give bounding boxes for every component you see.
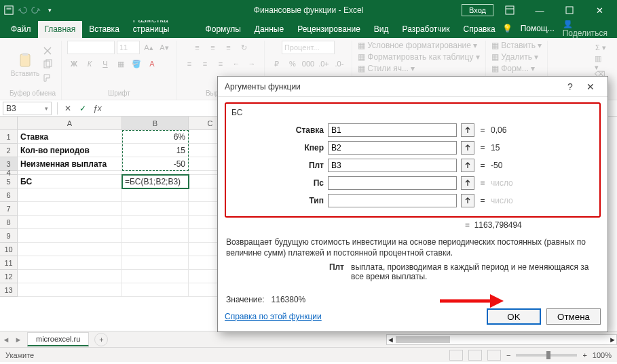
dialog-titlebar[interactable]: Аргументы функции ? ✕ <box>218 77 607 97</box>
format-cells-button[interactable]: ▦ Форм... ▾ <box>491 64 535 73</box>
tab-formulas[interactable]: Формулы <box>199 21 248 38</box>
share-button[interactable]: 👤 Поделиться <box>563 19 607 38</box>
format-painter-icon[interactable] <box>42 73 53 83</box>
zoom-out-button[interactable]: − <box>506 351 510 359</box>
chevron-down-icon[interactable]: ▾ <box>45 105 48 112</box>
cell-A11[interactable] <box>18 256 122 270</box>
range-select-icon[interactable] <box>461 159 474 172</box>
bold-button[interactable]: Ж <box>67 57 81 70</box>
font-name-combo[interactable] <box>67 41 115 54</box>
align-right-icon[interactable]: ≡ <box>214 57 227 70</box>
cell-A13[interactable] <box>18 283 122 297</box>
cell-A3[interactable]: Неизменная выплата <box>18 157 122 171</box>
paste-button[interactable]: Вставить <box>12 49 38 80</box>
undo-icon[interactable] <box>18 5 27 15</box>
font-color-button[interactable]: A <box>145 57 159 70</box>
tab-nav-next[interactable]: ► <box>12 336 24 344</box>
cell-B7[interactable] <box>122 202 189 216</box>
col-header-B[interactable]: B <box>122 117 189 129</box>
autosum-icon[interactable]: Σ ▾ <box>594 41 607 54</box>
cell-B2[interactable]: 15 <box>122 144 189 157</box>
maximize-button[interactable] <box>556 0 583 20</box>
number-format-combo[interactable]: Процент... <box>282 41 335 54</box>
border-button[interactable]: ▦ <box>114 57 128 70</box>
cell-A1[interactable]: Ставка <box>18 130 122 144</box>
tab-view[interactable]: Вид <box>367 21 396 38</box>
row-header-9[interactable]: 9 <box>0 229 17 243</box>
row-header-7[interactable]: 7 <box>0 202 17 216</box>
cell-B11[interactable] <box>122 256 189 270</box>
minimize-button[interactable]: — <box>526 0 553 20</box>
cancel-button[interactable]: Отмена <box>546 308 601 325</box>
cell-styles-button[interactable]: ▦ Стили яч... ▾ <box>358 64 415 73</box>
range-select-icon[interactable] <box>461 141 474 155</box>
dialog-close-icon[interactable]: ✕ <box>580 81 601 92</box>
cell-B12[interactable] <box>122 270 189 283</box>
row-header-12[interactable]: 12 <box>0 270 17 283</box>
tellme-icon[interactable]: 💡 <box>502 24 512 33</box>
row-header-5[interactable]: 5 <box>0 175 17 188</box>
dialog-help-icon[interactable]: ? <box>560 81 580 92</box>
cell-B8[interactable] <box>122 216 189 229</box>
currency-icon[interactable]: ₽ <box>270 57 284 70</box>
cell-A10[interactable] <box>18 243 122 256</box>
cell-A2[interactable]: Кол-во периодов <box>18 144 122 157</box>
cell-B9[interactable] <box>122 229 189 243</box>
zoom-slider[interactable] <box>516 354 577 357</box>
view-normal-icon[interactable] <box>449 350 463 361</box>
cell-A12[interactable] <box>18 270 122 283</box>
range-select-icon[interactable] <box>461 194 474 207</box>
view-page-layout-icon[interactable] <box>468 350 482 361</box>
arg-input-type[interactable] <box>328 194 457 207</box>
zoom-in-button[interactable]: + <box>582 351 586 359</box>
range-select-icon[interactable] <box>461 123 474 137</box>
indent-dec-icon[interactable]: ← <box>229 57 243 70</box>
tab-insert[interactable]: Вставка <box>82 21 126 38</box>
tab-developer[interactable]: Разработчик <box>396 21 457 38</box>
align-bottom-icon[interactable]: ≡ <box>221 41 235 54</box>
row-header-8[interactable]: 8 <box>0 216 17 229</box>
tab-help[interactable]: Справка <box>457 21 502 38</box>
tellme-label[interactable]: Помощ... <box>521 24 555 33</box>
align-center-icon[interactable]: ≡ <box>198 57 212 70</box>
tab-home[interactable]: Главная <box>38 21 83 38</box>
tab-review[interactable]: Рецензирование <box>291 21 367 38</box>
indent-inc-icon[interactable]: → <box>245 57 259 70</box>
cell-B5[interactable]: =БС(B1;B2;B3) <box>122 175 189 188</box>
select-all-corner[interactable] <box>0 117 18 130</box>
autosave-icon[interactable] <box>4 5 14 15</box>
fill-icon[interactable]: ▥ ▾ <box>594 56 607 70</box>
signin-button[interactable]: Вход <box>462 4 493 16</box>
fx-icon[interactable]: ƒx <box>93 104 102 113</box>
delete-cells-button[interactable]: ▦ Удалить ▾ <box>491 52 539 62</box>
grow-font-icon[interactable]: A▴ <box>142 41 155 54</box>
scrollbar-thumb[interactable] <box>396 336 450 343</box>
close-button[interactable]: ✕ <box>586 0 613 20</box>
shrink-font-icon[interactable]: A▾ <box>157 41 171 54</box>
cell-B10[interactable] <box>122 243 189 256</box>
tab-data[interactable]: Данные <box>248 21 291 38</box>
align-top-icon[interactable]: ≡ <box>190 41 204 54</box>
tab-file[interactable]: Файл <box>4 21 38 38</box>
row-header-10[interactable]: 10 <box>0 243 17 256</box>
cut-icon[interactable] <box>42 45 53 56</box>
cond-format-button[interactable]: ▦ Условное форматирование ▾ <box>358 41 477 50</box>
view-page-break-icon[interactable] <box>487 350 501 361</box>
align-middle-icon[interactable]: ≡ <box>206 41 219 54</box>
row-header-2[interactable]: 2 <box>0 144 17 157</box>
row-header-6[interactable]: 6 <box>0 188 17 202</box>
comma-icon[interactable]: 000 <box>301 57 315 70</box>
dec-decimal-icon[interactable]: .0- <box>333 57 346 70</box>
format-table-button[interactable]: ▦ Форматировать как таблицу ▾ <box>358 52 480 62</box>
arg-input-pv[interactable] <box>328 176 457 190</box>
arg-input-rate[interactable] <box>328 123 457 137</box>
redo-icon[interactable] <box>31 5 41 15</box>
cell-A6[interactable] <box>18 188 122 202</box>
italic-button[interactable]: К <box>83 57 96 70</box>
fill-color-button[interactable]: 🪣 <box>130 57 143 70</box>
ok-button[interactable]: OK <box>487 308 541 325</box>
range-select-icon[interactable] <box>461 176 474 190</box>
cell-B1[interactable]: 6% <box>122 130 189 144</box>
align-left-icon[interactable]: ≡ <box>183 57 196 70</box>
horizontal-scrollbar[interactable]: ◄► <box>386 334 617 345</box>
